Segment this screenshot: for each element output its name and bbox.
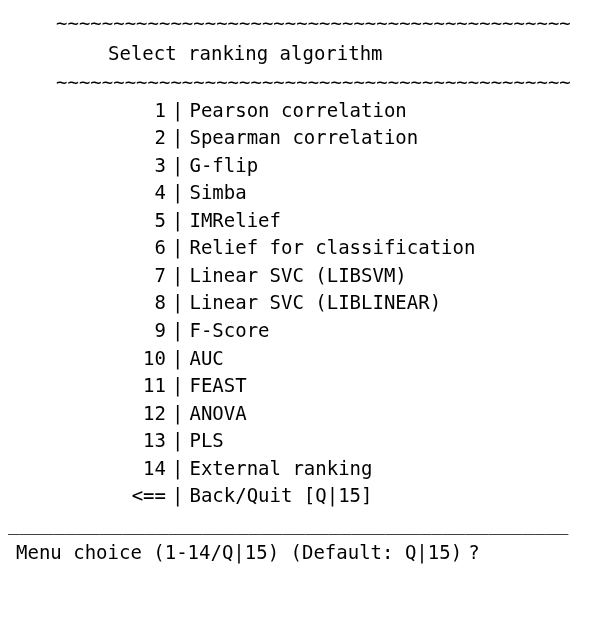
menu-item-sep: | bbox=[166, 179, 189, 207]
menu-item-sep: | bbox=[166, 482, 189, 510]
menu-item[interactable]: 4|Simba bbox=[4, 179, 598, 207]
menu-item[interactable]: 7|Linear SVC (LIBSVM) bbox=[4, 262, 598, 290]
menu-item-sep: | bbox=[166, 152, 189, 180]
prompt-label: Menu choice (1-14/Q|15) (Default: Q|15) bbox=[16, 539, 462, 567]
menu-item[interactable]: 13|PLS bbox=[4, 427, 598, 455]
menu-item[interactable]: 11|FEAST bbox=[4, 372, 598, 400]
menu-item-sep: | bbox=[166, 345, 189, 373]
menu-item[interactable]: 14|External ranking bbox=[4, 455, 598, 483]
menu-item-key: 5 bbox=[4, 207, 166, 235]
menu-item-sep: | bbox=[166, 427, 189, 455]
menu-item-key: 4 bbox=[4, 179, 166, 207]
menu-item-label: Relief for classification bbox=[189, 234, 475, 262]
wavy-top: ~~~~~~~~~~~~~~~~~~~~~~~~~~~~~~~~~~~~~~~~… bbox=[4, 10, 598, 38]
menu-item-key: 1 bbox=[4, 97, 166, 125]
menu-item-sep: | bbox=[166, 400, 189, 428]
menu-item-sep: | bbox=[166, 289, 189, 317]
menu-item-label: Linear SVC (LIBSVM) bbox=[189, 262, 406, 290]
menu-item-label: Simba bbox=[189, 179, 246, 207]
menu-item[interactable]: 2|Spearman correlation bbox=[4, 124, 598, 152]
menu-item-key: 11 bbox=[4, 372, 166, 400]
menu-item-label: AUC bbox=[189, 345, 223, 373]
menu-item-label: Back/Quit [Q|15] bbox=[189, 482, 372, 510]
menu-item-key: 13 bbox=[4, 427, 166, 455]
menu-item-label: IMRelief bbox=[189, 207, 281, 235]
menu-item[interactable]: 3|G-flip bbox=[4, 152, 598, 180]
menu-item[interactable]: 9|F-Score bbox=[4, 317, 598, 345]
menu-item-sep: | bbox=[166, 124, 189, 152]
prompt-marker: ? bbox=[462, 539, 479, 567]
menu-item-key: 10 bbox=[4, 345, 166, 373]
menu-item-label: FEAST bbox=[189, 372, 246, 400]
menu-item-key: 6 bbox=[4, 234, 166, 262]
prompt-row: Menu choice (1-14/Q|15) (Default: Q|15) … bbox=[4, 537, 598, 567]
menu-item-key: 12 bbox=[4, 400, 166, 428]
menu-item-sep: | bbox=[166, 317, 189, 345]
menu-item-key: 9 bbox=[4, 317, 166, 345]
menu-item-label: G-flip bbox=[189, 152, 258, 180]
menu-item-key: 7 bbox=[4, 262, 166, 290]
menu-item-sep: | bbox=[166, 234, 189, 262]
menu-choice-input[interactable] bbox=[480, 539, 490, 567]
menu-item-key: <== bbox=[4, 482, 166, 510]
menu-item-label: PLS bbox=[189, 427, 223, 455]
menu-item[interactable]: 5|IMRelief bbox=[4, 207, 598, 235]
menu-item-key: 3 bbox=[4, 152, 166, 180]
menu-item-key: 14 bbox=[4, 455, 166, 483]
menu-item-key: 8 bbox=[4, 289, 166, 317]
menu-title: Select ranking algorithm bbox=[4, 38, 598, 70]
menu-list: 1|Pearson correlation2|Spearman correlat… bbox=[4, 97, 598, 510]
wavy-bottom: ~~~~~~~~~~~~~~~~~~~~~~~~~~~~~~~~~~~~~~~~… bbox=[4, 69, 598, 97]
menu-item-label: ANOVA bbox=[189, 400, 246, 428]
menu-item-sep: | bbox=[166, 97, 189, 125]
menu-item[interactable]: 10|AUC bbox=[4, 345, 598, 373]
menu-item[interactable]: 6|Relief for classification bbox=[4, 234, 598, 262]
menu-item-key: 2 bbox=[4, 124, 166, 152]
menu-item-label: Linear SVC (LIBLINEAR) bbox=[189, 289, 441, 317]
menu-item-label: Spearman correlation bbox=[189, 124, 418, 152]
menu-item-label: External ranking bbox=[189, 455, 372, 483]
menu-item[interactable]: 1|Pearson correlation bbox=[4, 97, 598, 125]
menu-item-sep: | bbox=[166, 262, 189, 290]
menu-item-sep: | bbox=[166, 207, 189, 235]
menu-item[interactable]: 12|ANOVA bbox=[4, 400, 598, 428]
menu-item[interactable]: 8|Linear SVC (LIBLINEAR) bbox=[4, 289, 598, 317]
menu-item-label: Pearson correlation bbox=[189, 97, 406, 125]
menu-item[interactable]: <==|Back/Quit [Q|15] bbox=[4, 482, 598, 510]
menu-item-sep: | bbox=[166, 372, 189, 400]
menu-item-sep: | bbox=[166, 455, 189, 483]
divider-rule: ________________________________________… bbox=[4, 510, 598, 538]
menu-item-label: F-Score bbox=[189, 317, 269, 345]
